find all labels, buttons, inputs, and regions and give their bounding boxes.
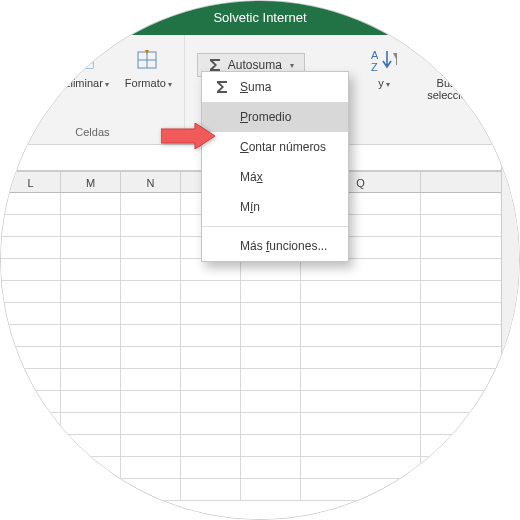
scroll-split-box[interactable] [501,145,519,171]
menu-item-average[interactable]: Promedio [202,102,348,132]
cell[interactable] [181,413,241,435]
cell[interactable] [301,457,421,479]
cell[interactable] [181,259,241,281]
cell[interactable] [61,303,121,325]
insert-button[interactable]: sertar [7,43,53,94]
cell[interactable] [61,391,121,413]
cell[interactable] [181,391,241,413]
cell[interactable] [61,413,121,435]
cell[interactable] [241,457,301,479]
cell[interactable] [241,347,301,369]
cell[interactable] [61,479,121,501]
vertical-scrollbar[interactable]: ▲ [501,171,519,519]
cell[interactable] [301,325,421,347]
cell[interactable] [421,435,519,457]
delete-button[interactable]: Eliminar [57,43,115,94]
cell[interactable] [121,325,181,347]
menu-item-max[interactable]: Máx [202,162,348,192]
table-row[interactable] [1,479,519,501]
cell[interactable] [61,347,121,369]
cell[interactable] [241,435,301,457]
cell[interactable] [121,303,181,325]
cell[interactable] [121,215,181,237]
cell[interactable] [301,347,421,369]
cell[interactable] [181,281,241,303]
cell[interactable] [121,479,181,501]
cell[interactable] [121,413,181,435]
cell[interactable] [1,457,61,479]
cell[interactable] [121,391,181,413]
cell[interactable] [421,479,519,501]
cell[interactable] [241,391,301,413]
cell[interactable] [241,413,301,435]
cell[interactable] [1,479,61,501]
cell[interactable] [121,369,181,391]
format-button[interactable]: Formato [119,43,178,94]
column-header[interactable]: M [61,172,121,192]
cell[interactable] [1,237,61,259]
cell[interactable] [241,479,301,501]
cell[interactable] [1,325,61,347]
menu-item-min[interactable]: Mín [202,192,348,222]
cell[interactable] [121,237,181,259]
cell[interactable] [301,413,421,435]
cell[interactable] [421,347,519,369]
cell[interactable] [181,347,241,369]
cell[interactable] [181,479,241,501]
cell[interactable] [61,457,121,479]
cell[interactable] [61,369,121,391]
table-row[interactable] [1,457,519,479]
cell[interactable] [1,259,61,281]
cell[interactable] [181,369,241,391]
cell[interactable] [301,435,421,457]
table-row[interactable] [1,413,519,435]
cell[interactable] [181,435,241,457]
cell[interactable] [61,193,121,215]
table-row[interactable] [1,435,519,457]
table-row[interactable] [1,303,519,325]
cell[interactable] [301,391,421,413]
cell[interactable] [241,325,301,347]
cell[interactable] [1,303,61,325]
cell[interactable] [1,193,61,215]
cell[interactable] [1,215,61,237]
cell[interactable] [121,259,181,281]
cell[interactable] [1,281,61,303]
table-row[interactable] [1,391,519,413]
cell[interactable] [61,435,121,457]
table-row[interactable] [1,347,519,369]
cell[interactable] [181,325,241,347]
cell[interactable] [301,479,421,501]
cell[interactable] [61,237,121,259]
cell[interactable] [61,215,121,237]
cell[interactable] [1,435,61,457]
cell[interactable] [241,369,301,391]
cell[interactable] [61,325,121,347]
cell[interactable] [121,281,181,303]
cell[interactable] [301,303,421,325]
column-header[interactable]: L [1,172,61,192]
cell[interactable] [241,303,301,325]
cell[interactable] [121,193,181,215]
cell[interactable] [421,391,519,413]
cell[interactable] [121,347,181,369]
cell[interactable] [1,347,61,369]
cell[interactable] [181,303,241,325]
cell[interactable] [301,281,421,303]
cell[interactable] [1,391,61,413]
cell[interactable] [301,259,421,281]
menu-item-sum[interactable]: Suma [202,72,348,102]
table-row[interactable] [1,369,519,391]
cell[interactable] [61,259,121,281]
cell[interactable] [121,457,181,479]
cell[interactable] [61,281,121,303]
find-select-button[interactable]: Buscar y seleccionar [417,43,499,106]
column-header[interactable]: N [121,172,181,192]
table-row[interactable] [1,325,519,347]
cell[interactable] [241,281,301,303]
sort-filter-button[interactable]: AZ y [365,43,403,106]
cell[interactable] [241,259,301,281]
cell[interactable] [301,369,421,391]
cell[interactable] [181,457,241,479]
cell[interactable] [421,457,519,479]
